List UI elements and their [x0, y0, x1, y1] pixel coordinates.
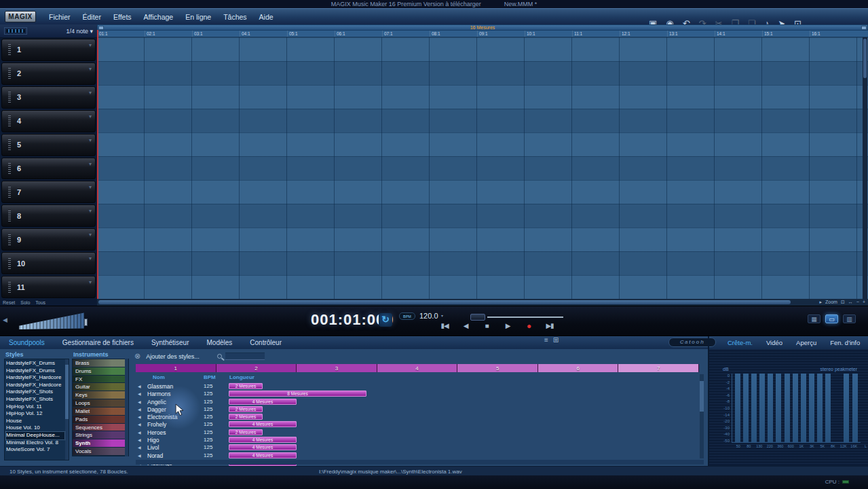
speaker-icon[interactable]: ◀ [138, 384, 141, 388]
menu-item[interactable]: Éditer [77, 9, 107, 25]
instruments-scrollbar[interactable] [125, 359, 128, 456]
style-item[interactable]: HardstyleFX_Drums [6, 367, 64, 375]
chevron-down-icon[interactable]: ▾ [89, 184, 92, 190]
Glassman[interactable]: ◀ Glassman 125 2 Mesures [136, 382, 699, 390]
instrument-item[interactable]: Brass [73, 359, 125, 367]
sample-length-bar[interactable]: 4 Mesures [229, 399, 297, 405]
pitch-segment[interactable]: 1 [136, 364, 216, 372]
pitch-segment[interactable]: 6 [538, 364, 619, 372]
Frohely[interactable]: ◀ Frohely 125 4 Mesures [136, 420, 699, 428]
sample-length-bar[interactable]: 2 Mesures [229, 414, 263, 420]
panel-tab[interactable]: Gestionnaire de fichiers [54, 336, 143, 349]
pitch-segment[interactable]: 4 [377, 364, 458, 372]
track-header[interactable]: 2 ▾ [1, 62, 96, 85]
pitch-segment[interactable]: 5 [457, 364, 538, 372]
range-bar[interactable]: 16 Mesures [97, 24, 868, 31]
Harmons[interactable]: ◀ Harmons 125 8 Mesures [136, 390, 699, 397]
zoom-range-icon[interactable]: ↔ [848, 299, 853, 306]
instrument-item[interactable]: Keys [73, 391, 125, 399]
reset-button[interactable]: Reset [3, 300, 15, 305]
tempo-slider-track[interactable] [487, 316, 563, 318]
speaker-icon[interactable]: ◀ [138, 407, 141, 412]
instrument-item[interactable]: Sequences [73, 424, 125, 431]
range-start-handle[interactable] [98, 26, 104, 30]
column-header-length[interactable]: Longueur [229, 374, 254, 380]
solo-button[interactable]: Solo [20, 300, 30, 305]
style-item[interactable]: Minimal DeepHouse... [6, 432, 64, 439]
pitch-segment[interactable]: 2 [216, 364, 297, 372]
horizontal-scroll-thumb[interactable] [98, 300, 791, 304]
sample-length-bar[interactable]: 4 Mesures [229, 452, 297, 458]
sample-name[interactable]: Heroes [147, 429, 166, 436]
instrument-item[interactable]: Loops [73, 399, 125, 407]
Higo[interactable]: ◀ Higo 125 4 Mesures [136, 436, 699, 443]
search-input[interactable] [225, 352, 265, 360]
Dagger[interactable]: ◀ Dagger 125 2 Mesures [136, 405, 699, 413]
speaker-icon[interactable]: ◀ [138, 414, 141, 419]
sample-length-bar[interactable]: 4 Mesures [229, 444, 297, 450]
add-styles-label[interactable]: Ajouter des styles... [146, 353, 200, 360]
panel-tab[interactable]: Soundpools [0, 336, 54, 349]
instrument-item[interactable]: Pads [73, 416, 125, 423]
instrument-item[interactable]: Guitar [73, 383, 125, 391]
view-grid-button[interactable]: ▦ [808, 314, 820, 323]
panel-tab[interactable]: Fen. d'info [823, 336, 867, 349]
speaker-icon[interactable]: ◀ [138, 422, 141, 427]
Norad[interactable]: ◀ Norad 125 4 Mesures [136, 452, 699, 459]
track-header[interactable]: 7 ▾ [1, 181, 96, 203]
panel-tab[interactable]: Contrôleur [241, 336, 290, 349]
tous-button[interactable]: Tous [35, 300, 45, 305]
instrument-item[interactable]: FX [73, 376, 125, 383]
track-header[interactable]: 5 ▾ [1, 134, 96, 156]
track-header[interactable]: 1 ▾ [1, 39, 96, 61]
arranger-lanes[interactable] [97, 37, 868, 299]
collapse-arrow-icon[interactable]: ◀ [3, 316, 7, 323]
panel-tab[interactable]: Vidéo [759, 336, 789, 349]
track-header[interactable]: 6 ▾ [1, 158, 96, 180]
view-mixer-button[interactable]: ▥ [843, 314, 856, 323]
zoom-in-button[interactable]: + [863, 299, 865, 306]
list-view-icon[interactable]: ≡ [544, 336, 548, 344]
track-header[interactable]: 11 ▾ [1, 276, 96, 298]
panel-tab[interactable]: Aperçu [789, 336, 823, 349]
menu-item[interactable]: Aide [253, 9, 280, 25]
style-item[interactable]: House Vol. 10 [6, 424, 64, 432]
menu-item[interactable]: En ligne [179, 9, 217, 25]
sample-length-bar[interactable]: 2 Mesures [229, 406, 263, 412]
Livol[interactable]: ◀ Livol 125 4 Mesures [136, 443, 699, 451]
Angelic[interactable]: ◀ Angelic 125 4 Mesures [136, 398, 699, 405]
zoom-fit-icon[interactable]: ⊡ [841, 299, 845, 306]
style-item[interactable]: HardstyleFX_Hardcore [6, 374, 64, 382]
volume-handle[interactable] [84, 319, 88, 326]
instrument-item[interactable]: Strings [73, 431, 125, 439]
master-volume-wedge[interactable] [19, 312, 84, 329]
stop-button[interactable]: ■ [479, 321, 494, 331]
menu-item[interactable]: Tâches [217, 9, 252, 25]
rewind-button[interactable]: ◀ [458, 321, 473, 331]
speaker-icon[interactable]: ◀ [138, 453, 141, 458]
track-header[interactable]: 3 ▾ [1, 86, 96, 109]
style-item[interactable]: HardstyleFX_Drums [6, 360, 64, 367]
record-button[interactable]: ● [521, 321, 536, 331]
sample-scrollbar[interactable] [700, 374, 704, 458]
instrument-item[interactable]: Synth [73, 439, 125, 447]
style-item[interactable]: Minimal Electro Vol. 8 [6, 439, 64, 447]
chevron-down-icon[interactable]: ▾ [89, 66, 92, 72]
panel-tab[interactable]: Modèles [197, 336, 241, 349]
track-header[interactable]: 4 ▾ [1, 110, 96, 132]
grid-view-icon[interactable]: ⊞ [553, 336, 559, 344]
chevron-down-icon[interactable]: ▾ [89, 90, 92, 96]
chevron-down-icon[interactable]: ▾ [89, 42, 92, 48]
chevron-down-icon[interactable]: ▾ [89, 113, 92, 120]
zoom-out-button[interactable]: − [856, 299, 859, 306]
Heroes[interactable]: ◀ Heroes 125 2 Mesures [136, 429, 699, 436]
panel-tab[interactable]: Synthétiseur [143, 336, 198, 349]
style-item[interactable]: MovieScore Vol. 7 [6, 446, 64, 454]
skip-start-button[interactable]: ▮◀ [437, 321, 452, 331]
style-item[interactable]: HipHop Vol. 12 [6, 410, 64, 418]
panel-tab[interactable]: Crête-m. [721, 336, 759, 349]
pitch-segment[interactable]: 3 [297, 364, 377, 372]
timeline-ruler[interactable]: 01:102:103:104:105:106:107:108:109:110:1… [97, 31, 868, 37]
sample-name[interactable]: Livol [147, 444, 159, 451]
style-item[interactable]: HardstyleFX_Shots [6, 388, 64, 396]
